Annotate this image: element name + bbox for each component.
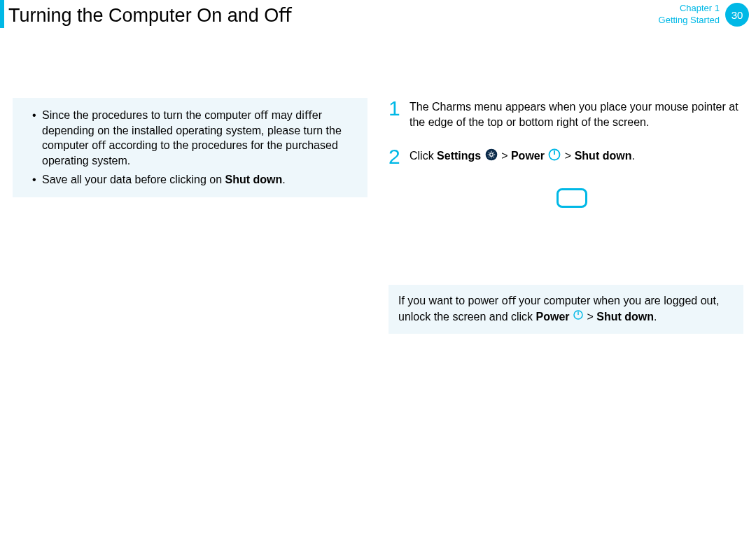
shut-down-label-tip: Shut down (596, 311, 654, 323)
step-2: 2 Click Settings > Power > Shut down. (388, 146, 743, 167)
shut-down-label: Shut down (225, 174, 282, 185)
power-icon (547, 148, 561, 166)
step-number-2: 2 (388, 146, 410, 167)
tip-box: If you want to power oﬀ your computer wh… (388, 285, 743, 333)
shut-down-label-2: Shut down (575, 150, 632, 162)
settings-label: Settings (437, 150, 481, 162)
illustration-box (556, 188, 587, 208)
step-number-1: 1 (388, 98, 410, 129)
step-1-body: The Charms menu appears when you place y… (410, 98, 743, 129)
note-item-1: Since the procedures to turn the compute… (32, 108, 356, 168)
note-box: Since the procedures to turn the compute… (13, 98, 368, 197)
chapter-info: Chapter 1 Getting Started (659, 3, 720, 27)
page-header: Turning the Computer On and Oﬀ Chapter 1… (0, 0, 756, 28)
chapter-line1: Chapter 1 (659, 3, 720, 15)
page-title: Turning the Computer On and Oﬀ (8, 1, 292, 27)
step-1: 1 The Charms menu appears when you place… (388, 98, 743, 129)
chapter-line2: Getting Started (659, 15, 720, 27)
header-right: Chapter 1 Getting Started 30 (659, 0, 756, 27)
step-2-body: Click Settings > Power > Shut down. (410, 146, 635, 167)
right-column: 1 The Charms menu appears when you place… (388, 98, 743, 334)
power-icon (573, 309, 584, 325)
left-column: Since the procedures to turn the compute… (13, 98, 368, 334)
power-label-tip: Power (536, 311, 570, 323)
title-accent-bar (0, 0, 4, 28)
page-number: 30 (732, 9, 743, 21)
gear-icon (484, 148, 498, 166)
note-item-2: Save all your data before clicking on Sh… (32, 172, 356, 188)
illustration (556, 188, 743, 208)
page-number-badge: 30 (725, 3, 749, 27)
title-wrap: Turning the Computer On and Oﬀ (0, 0, 292, 28)
power-label: Power (511, 150, 545, 162)
content: Since the procedures to turn the compute… (0, 28, 756, 334)
